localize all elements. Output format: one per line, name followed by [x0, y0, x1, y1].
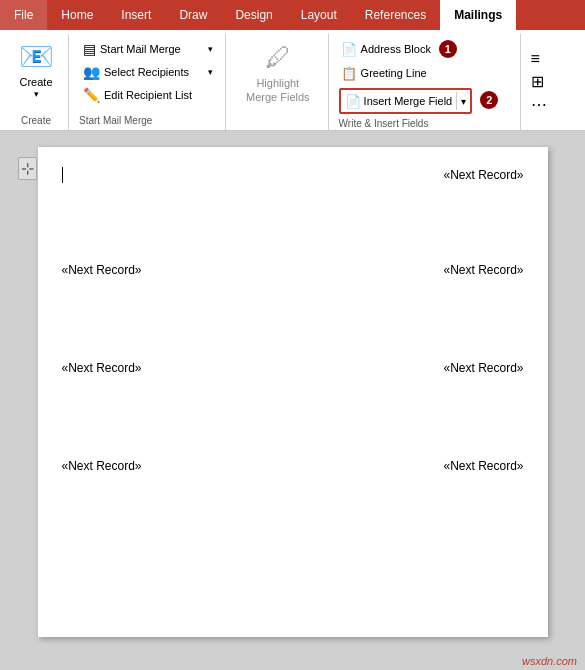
- document-page: ⊹ «Next Record» «Next Record» «Next Reco…: [38, 147, 548, 637]
- cursor: [62, 167, 63, 183]
- greeting-line-icon: 📋: [341, 66, 357, 81]
- extra-btn-3[interactable]: ⋯: [527, 93, 551, 116]
- insert-merge-field-button[interactable]: 📄 Insert Merge Field ▾: [339, 88, 473, 114]
- write-insert-label: Write & Insert Fields: [339, 114, 429, 131]
- address-block-icon: 📄: [341, 42, 357, 57]
- create-group-label: Create: [21, 111, 51, 128]
- merge-field-3-left: «Next Record»: [62, 361, 142, 375]
- greeting-line-button[interactable]: 📋 Greeting Line: [339, 62, 512, 84]
- write-insert-group: 📄 Address Block 1 📋 Greeting Line 📄 Inse…: [331, 34, 521, 130]
- merge-field-2-left: «Next Record»: [62, 263, 142, 277]
- merge-field-1-right: «Next Record»: [443, 168, 523, 182]
- edit-recipient-list-button[interactable]: ✏️ Edit Recipient List: [79, 84, 217, 106]
- address-block-button[interactable]: 📄 Address Block 1: [339, 38, 512, 60]
- tab-mailings[interactable]: Mailings: [440, 0, 516, 30]
- tab-insert[interactable]: Insert: [107, 0, 165, 30]
- select-recipients-button[interactable]: 👥 Select Recipients ▾: [79, 61, 217, 83]
- watermark: wsxdn.com: [522, 655, 577, 667]
- tab-design[interactable]: Design: [221, 0, 286, 30]
- create-button[interactable]: 📧 Create ▾: [12, 38, 60, 102]
- tab-home[interactable]: Home: [47, 0, 107, 30]
- start-mail-merge-button[interactable]: ▤ Start Mail Merge ▾: [79, 38, 217, 60]
- doc-row-1: «Next Record»: [62, 167, 524, 183]
- highlight-merge-fields-button[interactable]: 🖊 HighlightMerge Fields: [236, 38, 320, 108]
- badge-1: 1: [439, 40, 457, 58]
- move-handle[interactable]: ⊹: [18, 157, 37, 180]
- merge-field-2-right: «Next Record»: [443, 263, 523, 277]
- merge-field-4-left: «Next Record»: [62, 459, 142, 473]
- highlight-group: 🖊 HighlightMerge Fields: [228, 34, 329, 130]
- insert-merge-field-dropdown[interactable]: ▾: [456, 92, 466, 110]
- select-recipients-icon: 👥: [83, 64, 100, 80]
- create-group: 📧 Create ▾ Create: [4, 34, 69, 130]
- highlight-icon: 🖊: [265, 42, 291, 73]
- tab-draw[interactable]: Draw: [165, 0, 221, 30]
- extra-btn-2[interactable]: ⊞: [527, 70, 551, 93]
- badge-2: 2: [480, 91, 498, 109]
- doc-row-2: «Next Record» «Next Record»: [62, 263, 524, 277]
- merge-field-3-right: «Next Record»: [443, 361, 523, 375]
- tab-references[interactable]: References: [351, 0, 440, 30]
- start-mail-merge-group: ▤ Start Mail Merge ▾ 👥 Select Recipients…: [71, 34, 226, 130]
- insert-merge-field-icon: 📄: [345, 94, 361, 109]
- create-icon: 📧: [19, 40, 54, 74]
- ribbon: 📧 Create ▾ Create ▤ Start Mail Merge ▾ 👥…: [0, 30, 585, 131]
- extra-right-group: ≡ ⊞ ⋯: [523, 34, 555, 130]
- tab-layout[interactable]: Layout: [287, 0, 351, 30]
- doc-row-4: «Next Record» «Next Record»: [62, 459, 524, 473]
- doc-row-3: «Next Record» «Next Record»: [62, 361, 524, 375]
- document-area: ⊹ «Next Record» «Next Record» «Next Reco…: [0, 131, 585, 670]
- extra-btn-1[interactable]: ≡: [527, 48, 551, 70]
- merge-field-4-right: «Next Record»: [443, 459, 523, 473]
- start-mail-merge-label: Start Mail Merge: [79, 111, 152, 128]
- tab-bar: File Home Insert Draw Design Layout Refe…: [0, 0, 585, 30]
- tab-file[interactable]: File: [0, 0, 47, 30]
- edit-recipient-icon: ✏️: [83, 87, 100, 103]
- start-mail-merge-icon: ▤: [83, 41, 96, 57]
